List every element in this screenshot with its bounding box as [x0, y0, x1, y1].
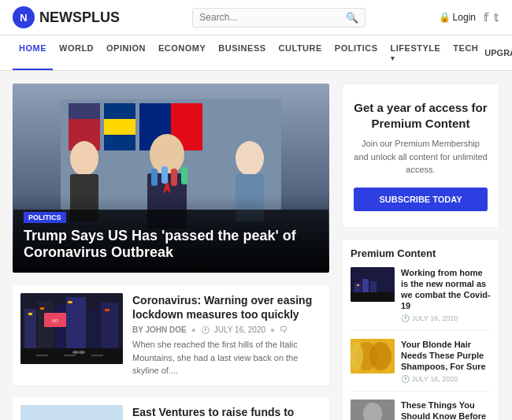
svg-rect-26: [101, 303, 118, 348]
svg-text:AD: AD: [52, 318, 59, 323]
facebook-icon[interactable]: 𝕗: [484, 11, 489, 24]
nav-items: HOME WORLD OPINION ECONOMY BUSINESS CULT…: [13, 35, 484, 70]
premium-article-2[interactable]: Your Blonde Hair Needs These Purple Sham…: [351, 339, 491, 392]
nav-item-economy[interactable]: ECONOMY: [152, 35, 212, 70]
premium-article-3[interactable]: These Things You Should Know Before Gett…: [351, 400, 491, 420]
hero-title: Trump Says US Has 'passed the peak' of C…: [24, 228, 318, 262]
upgrade-link[interactable]: UPGRADE: [484, 48, 512, 58]
hero-article[interactable]: POLITICS Trump Says US Has 'passed the p…: [13, 84, 329, 273]
premium-thumb-1: [351, 267, 395, 302]
premium-article-info-2: Your Blonde Hair Needs These Purple Sham…: [401, 339, 491, 383]
premium-content-title: Premium Content: [351, 247, 491, 259]
search-input[interactable]: [199, 12, 346, 23]
premium-article-1[interactable]: Working from home is the new normal as w…: [351, 267, 491, 331]
svg-rect-52: [351, 292, 395, 302]
svg-rect-13: [151, 169, 158, 186]
nav-right: UPGRADE SUBSCRIBE: [484, 43, 512, 63]
article-title-2: East Ventures to raise funds to produce …: [132, 405, 321, 420]
nav-item-lifestyle[interactable]: LIFESTYLE: [384, 35, 447, 70]
svg-rect-51: [357, 284, 359, 286]
article-image-1: AD: [20, 293, 123, 364]
hero-overlay: POLITICS Trump Says US Has 'passed the p…: [13, 195, 329, 273]
svg-rect-28: [40, 307, 44, 310]
svg-rect-5: [104, 119, 135, 135]
twitter-icon[interactable]: 𝕥: [494, 11, 499, 24]
header-right: 🔒 Login 𝕗 𝕥: [439, 11, 499, 24]
premium-article-info-3: These Things You Should Know Before Gett…: [401, 400, 491, 420]
article-info-1: Coronavirus: Warning over easing lockdow…: [132, 293, 321, 377]
nav-item-business[interactable]: BUSINESS: [212, 35, 272, 70]
clock-icon-p1: 🕐: [401, 314, 410, 322]
nav-item-home[interactable]: HOME: [13, 35, 53, 70]
left-column: POLITICS Trump Says US Has 'passed the p…: [13, 84, 329, 420]
nav-item-opinion[interactable]: OPINION: [100, 35, 152, 70]
article-image-2: [20, 405, 123, 420]
premium-article-info-1: Working from home is the new normal as w…: [401, 267, 491, 322]
premium-article-date-1: 🕐 JULY 16, 2020: [401, 314, 491, 322]
article-card-2[interactable]: East Ventures to raise funds to produce …: [13, 397, 329, 420]
svg-rect-14: [161, 166, 168, 184]
clock-icon: 🕐: [201, 326, 210, 334]
article-info-2: East Ventures to raise funds to produce …: [132, 405, 321, 420]
site-header: N NEWSPLUS 🔍 🔒 Login 𝕗 𝕥: [0, 0, 512, 35]
article-thumbnail-2: [20, 405, 123, 420]
svg-rect-24: [66, 297, 86, 348]
svg-point-38: [79, 351, 85, 354]
svg-rect-16: [181, 167, 187, 184]
premium-thumb-img-1: [351, 267, 395, 302]
search-icon: 🔍: [346, 12, 358, 24]
article-excerpt-1: When she reached the first hills of the …: [132, 338, 321, 377]
lock-icon: 🔒: [439, 12, 451, 23]
premium-article-title-3: These Things You Should Know Before Gett…: [401, 400, 491, 420]
main-content: POLITICS Trump Says US Has 'passed the p…: [0, 71, 512, 420]
right-column: Get a year of access for Premium Content…: [342, 84, 499, 420]
article-title-1: Coronavirus: Warning over easing lockdow…: [132, 293, 321, 322]
nav-item-world[interactable]: WORLD: [53, 35, 100, 70]
article-meta-1: BY JOHN DOE ● 🕐 JULY 16, 2020 ● 🗨: [132, 325, 321, 334]
premium-content-section: Premium Content W: [342, 239, 499, 421]
premium-cta-title: Get a year of access for Premium Content: [354, 100, 488, 131]
premium-cta-subtitle: Join our Premium Membership and unlock a…: [354, 137, 488, 177]
svg-rect-29: [68, 301, 72, 303]
svg-rect-35: [64, 355, 76, 356]
logo-icon: N: [13, 6, 35, 28]
svg-rect-15: [171, 169, 177, 186]
clock-icon-p2: 🕐: [401, 375, 410, 383]
svg-point-17: [236, 141, 264, 176]
svg-point-55: [369, 342, 391, 370]
article-svg-1: AD: [20, 293, 123, 364]
premium-article-title-2: Your Blonde Hair Needs These Purple Sham…: [401, 339, 491, 373]
premium-thumb-img-3: [351, 400, 395, 420]
svg-point-56: [351, 342, 363, 370]
login-link[interactable]: 🔒 Login: [439, 12, 476, 23]
premium-thumb-3: [351, 400, 395, 420]
hero-badge: POLITICS: [24, 212, 66, 223]
svg-point-37: [72, 351, 79, 354]
logo: N NEWSPLUS: [13, 6, 120, 28]
subscribe-today-button[interactable]: SUBSCRIBE TODAY: [354, 188, 488, 211]
article-svg-2: [20, 405, 123, 420]
article-thumbnail-1: AD: [20, 293, 123, 364]
article-card[interactable]: AD Coronavirus: Warning over easing lock…: [13, 285, 329, 386]
svg-rect-30: [105, 309, 109, 311]
svg-rect-27: [28, 313, 32, 315]
nav-item-tech[interactable]: TECH: [447, 35, 484, 70]
search-bar[interactable]: 🔍: [192, 8, 365, 28]
premium-thumb-2: [351, 339, 395, 374]
premium-thumb-img-2: [351, 339, 395, 374]
svg-rect-36: [91, 355, 103, 356]
main-nav: HOME WORLD OPINION ECONOMY BUSINESS CULT…: [0, 35, 512, 71]
svg-rect-3: [69, 103, 100, 119]
logo-text: NEWSPLUS: [39, 9, 120, 26]
social-icons: 𝕗 𝕥: [484, 11, 499, 24]
premium-article-title-1: Working from home is the new normal as w…: [401, 267, 491, 312]
svg-rect-39: [20, 405, 123, 420]
svg-rect-25: [87, 307, 99, 348]
svg-point-8: [70, 141, 98, 176]
premium-cta-box: Get a year of access for Premium Content…: [342, 84, 499, 228]
nav-item-politics[interactable]: POLITICS: [328, 35, 384, 70]
nav-item-culture[interactable]: CULTURE: [273, 35, 328, 70]
premium-article-date-2: 🕐 JULY 16, 2020: [401, 375, 491, 383]
svg-rect-34: [36, 355, 48, 356]
